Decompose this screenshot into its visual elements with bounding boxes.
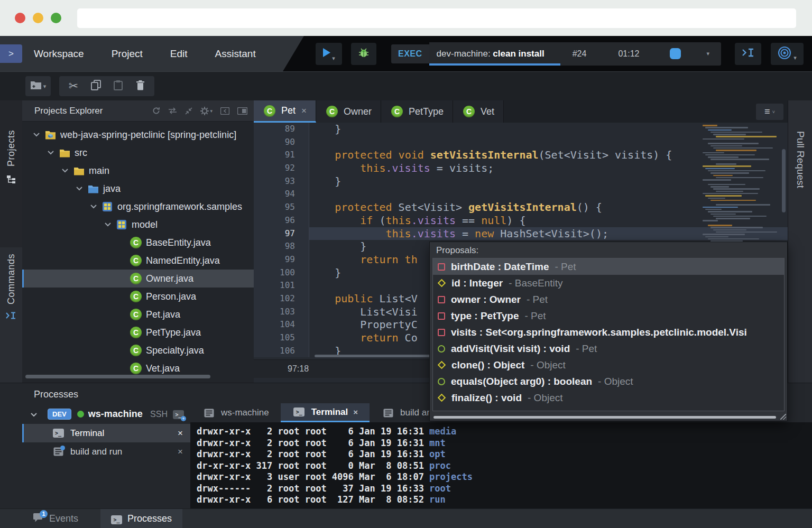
gear-icon[interactable]: ▾: [200, 107, 213, 115]
proposal-item[interactable]: owner : Owner - Pet: [433, 291, 784, 308]
folder-icon: [58, 149, 71, 158]
tree-item[interactable]: CNamedEntity.java: [22, 252, 254, 270]
terminal-output[interactable]: drwxr-xr-x 2 root root 6 Jan 19 16:31 me…: [190, 422, 812, 509]
proposal-item[interactable]: addVisit(Visit visit) : void - Pet: [433, 340, 784, 357]
run-button[interactable]: ▾: [316, 43, 342, 65]
close-icon[interactable]: ×: [178, 428, 183, 439]
process-item-build-and-run[interactable]: build and run×: [22, 442, 190, 461]
command-status-bar[interactable]: dev-machine: clean install #24 01:12 ▾: [429, 42, 721, 66]
window-zoom-button[interactable]: [51, 13, 61, 23]
new-project-button[interactable]: ▾: [25, 76, 51, 96]
close-icon[interactable]: ×: [301, 106, 307, 116]
proposal-item[interactable]: id : Integer - BaseEntity: [433, 275, 784, 291]
chevron-down-icon[interactable]: [87, 205, 100, 209]
add-terminal-icon[interactable]: >_+: [173, 409, 184, 419]
tree-item[interactable]: COwner.java: [22, 270, 254, 288]
editor-tab-vet[interactable]: CVet: [453, 100, 504, 123]
projects-explorer-panel: Projects Explorer ▾ web-java-spring-petc…: [22, 100, 254, 383]
tree-item[interactable]: CSpecialty.java: [22, 341, 254, 359]
popup-resize-handle[interactable]: [780, 414, 786, 420]
process-tab-ws-machine[interactable]: ws-machine: [190, 403, 281, 422]
terminal-insert-button[interactable]: [735, 43, 761, 65]
menu-item-project[interactable]: Project: [112, 48, 143, 60]
rail-tab-pull-request[interactable]: Pull Request: [795, 131, 806, 188]
chevron-down-icon[interactable]: [30, 133, 43, 137]
cut-button[interactable]: ✂: [62, 76, 85, 96]
editor-tab-label: Pet: [281, 105, 296, 116]
proposal-item[interactable]: birthDate : DateTime - Pet: [433, 258, 784, 275]
browser-address-bar[interactable]: [77, 8, 796, 28]
proposal-item[interactable]: equals(Object arg0) : boolean - Object: [433, 373, 784, 390]
ssh-label[interactable]: SSH: [150, 410, 168, 419]
tree-icon: [6, 175, 16, 186]
proposal-item[interactable]: visits : Set<org.springframework.samples…: [433, 324, 784, 340]
chevron-down-icon[interactable]: [58, 169, 72, 173]
stop-button[interactable]: [670, 48, 681, 59]
editor-tab-pettype[interactable]: CPetType: [381, 100, 453, 123]
swap-icon[interactable]: [168, 107, 177, 114]
class-icon: C: [130, 345, 142, 356]
window-close-button[interactable]: [15, 13, 25, 23]
process-item-label: Terminal: [70, 428, 104, 439]
bottom-tab-processes[interactable]: >_Processes: [100, 509, 182, 528]
target-button[interactable]: ▾: [771, 43, 804, 65]
copy-icon: [91, 80, 101, 92]
tree-item-label: Pet.java: [146, 309, 180, 320]
tree-item-label: main: [89, 165, 109, 177]
tree-item[interactable]: model: [22, 216, 254, 234]
proposal-item[interactable]: finalize() : void - Object: [433, 390, 784, 406]
bottom-tab-events[interactable]: 1Events: [22, 509, 89, 528]
nav-toggle-button[interactable]: >: [0, 44, 22, 63]
class-icon: C: [129, 255, 143, 266]
chevron-down-icon[interactable]: [44, 151, 58, 155]
process-item-Terminal[interactable]: >_Terminal×: [22, 424, 190, 442]
line-number: 95: [254, 201, 309, 214]
tree-item[interactable]: CPet.java: [22, 305, 254, 323]
dock-left-icon[interactable]: [220, 107, 229, 115]
chevron-down-icon[interactable]: [101, 223, 115, 227]
explorer-hscrollbar[interactable]: [25, 375, 210, 378]
close-icon[interactable]: ×: [178, 447, 183, 457]
tree-item[interactable]: CBaseEntity.java: [22, 234, 254, 252]
editor-vscrollbar[interactable]: [782, 149, 786, 212]
copy-button[interactable]: [85, 76, 107, 96]
tree-item[interactable]: org.springframework.samples: [22, 198, 254, 216]
debug-button[interactable]: [351, 43, 376, 65]
scissors-icon: ✂: [69, 79, 78, 93]
rail-tab-projects[interactable]: Projects: [0, 100, 22, 247]
menu-item-workspace[interactable]: Workspace: [34, 48, 84, 60]
tree-item[interactable]: CPetType.java: [22, 323, 254, 341]
process-tab-label: Terminal: [311, 407, 348, 418]
delete-button[interactable]: [129, 76, 151, 96]
menu-item-edit[interactable]: Edit: [170, 48, 188, 60]
machine-row[interactable]: DEV ws-machine SSH >_+: [22, 404, 190, 424]
tree-item[interactable]: java: [22, 180, 254, 198]
menu-item-assistant[interactable]: Assistant: [215, 48, 256, 60]
tree-item[interactable]: main: [22, 162, 254, 180]
tree-item[interactable]: CPerson.java: [22, 288, 254, 305]
proposal-origin: - Object: [528, 392, 563, 404]
chevron-down-icon[interactable]: [72, 187, 86, 191]
events-count-badge: 1: [40, 510, 48, 518]
tree-item[interactable]: src: [22, 144, 254, 162]
proposals-hscrollbar[interactable]: [433, 416, 776, 419]
refresh-icon[interactable]: [152, 107, 160, 115]
editor-tab-owner[interactable]: COwner: [316, 100, 381, 123]
proposal-item[interactable]: clone() : Object - Object: [433, 357, 784, 373]
rail-tab-commands[interactable]: Commands: [0, 247, 22, 383]
paste-button[interactable]: [107, 76, 129, 96]
editor-tab-list-button[interactable]: ≡ ˅: [756, 104, 783, 120]
browser-chrome: [0, 0, 812, 36]
process-tab-Terminal[interactable]: >_Terminal×: [281, 403, 370, 422]
proposal-item[interactable]: type : PetType - Pet: [433, 308, 784, 324]
processes-title: Processes: [34, 389, 78, 400]
proposal-text: id : Integer: [451, 277, 503, 289]
proposal-item[interactable]: getBirthDate() : DateTime - Pet: [433, 406, 784, 411]
editor-tab-pet[interactable]: CPet×: [254, 100, 316, 123]
tree-item[interactable]: web-java-spring-petclinic [spring-petcli…: [22, 126, 254, 144]
command-dropdown-caret[interactable]: ▾: [706, 50, 709, 57]
collapse-icon[interactable]: [185, 107, 192, 115]
close-icon[interactable]: ×: [353, 407, 358, 416]
maximize-icon[interactable]: [237, 107, 247, 115]
window-minimize-button[interactable]: [33, 13, 43, 23]
